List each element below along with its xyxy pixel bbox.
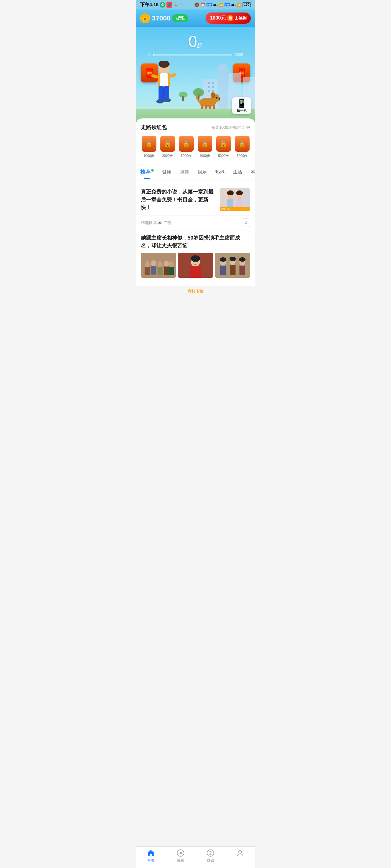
ad-row: 精选推荐 🔊 广告 X: [141, 215, 250, 230]
redpacket-item-1000[interactable]: 🔒 1000步: [141, 136, 157, 158]
ad-close-button[interactable]: X: [242, 219, 250, 227]
walk-earn-card: 走路领红包 每走1000步领1个红包 🔒 1000步 🔒 2000步 🔒 300…: [136, 118, 255, 163]
network-4g-2: 4G: [231, 3, 236, 7]
svg-rect-24: [169, 73, 176, 78]
svg-point-54: [169, 261, 174, 267]
redpacket-steps-1: 1000步: [144, 154, 154, 158]
ad-recommend-icon: 🔊: [158, 221, 162, 225]
svg-point-10: [218, 63, 228, 70]
tab-life[interactable]: 生活: [229, 168, 247, 176]
lock-icon-2: 🔒: [164, 140, 171, 147]
redpacket-steps-4: 4000步: [199, 154, 210, 158]
svg-rect-36: [220, 188, 250, 211]
steps-number: 0: [189, 33, 197, 50]
redpacket-item-2000[interactable]: 🔒 2000步: [160, 136, 176, 158]
signal-bars-2: 📶: [237, 3, 241, 7]
wechat-icon: 💬: [160, 2, 165, 8]
svg-rect-3: [208, 86, 210, 88]
hd-badge-2: HD: [225, 3, 230, 6]
walk-earn-subtitle: 每走1000步领1个红包: [212, 125, 250, 130]
novel-thumbnail-img: 正的免费小说，从第一章到最后一章都不要钱: [220, 188, 250, 211]
article-2-img-2: [178, 253, 213, 278]
svg-point-30: [216, 97, 218, 99]
redpacket-steps-6: 6000步: [237, 154, 247, 158]
top-bar: 💰 37000 提现 1000元 领 去签到: [136, 9, 255, 27]
svg-rect-2: [212, 82, 214, 84]
redpacket-item-4000[interactable]: 🔒 4000步: [197, 136, 213, 158]
recommend-dot: [151, 169, 153, 172]
svg-point-25: [199, 98, 216, 107]
lock-icon-4: 🔒: [201, 140, 208, 147]
redpacket-item-6000[interactable]: 🔒 6000步: [234, 136, 250, 158]
svg-point-46: [145, 261, 150, 267]
svg-rect-64: [220, 266, 226, 275]
tab-local[interactable]: 本地: [247, 168, 255, 176]
watermark: 彩虹下载: [136, 286, 255, 319]
hero-redpacket-right[interactable]: 🧧: [233, 63, 250, 83]
svg-rect-19: [159, 86, 164, 101]
article-1-thumbnail: 正的免费小说，从第一章到最后一章都不要钱: [220, 188, 250, 211]
svg-rect-38: [227, 199, 233, 208]
lock-icon-6: 🔒: [238, 140, 246, 147]
steps-unit: 步: [197, 42, 202, 48]
svg-point-15: [159, 62, 170, 73]
svg-rect-35: [213, 105, 215, 109]
tab-news[interactable]: 热讯: [211, 168, 229, 176]
redpacket-item-5000[interactable]: 🔒 5000步: [215, 136, 231, 158]
steps-progress-bar: [153, 54, 232, 56]
steps-bar-fill: [153, 54, 154, 56]
svg-point-50: [158, 261, 163, 267]
sign-button[interactable]: 1000元 领 去签到: [205, 12, 251, 24]
tab-entertainment[interactable]: 娱乐: [193, 168, 211, 176]
svg-point-27: [211, 92, 216, 99]
redpacket-item-3000[interactable]: 🔒 3000步: [178, 136, 194, 158]
svg-rect-6: [212, 90, 214, 92]
redpacket-box-6: 🔒: [235, 136, 250, 152]
svg-rect-51: [158, 267, 163, 275]
svg-point-52: [164, 260, 169, 267]
tab-health[interactable]: 健康: [158, 168, 176, 176]
tab-recommend[interactable]: 推荐: [136, 167, 158, 177]
redpacket-box-1: 🔒: [142, 136, 157, 152]
svg-rect-1: [208, 82, 210, 84]
mute-icon: 🔕: [194, 2, 199, 7]
redpacket-grid: 🔒 1000步 🔒 2000步 🔒 3000步 🔒 4000步 🔒: [141, 136, 250, 158]
coin-icon: 💰: [140, 13, 150, 23]
svg-rect-66: [230, 265, 235, 275]
article-1[interactable]: 真正免费的小说，从第一章到最后一章全免费！书目全，更新快！: [141, 184, 250, 215]
walking-dog: [196, 89, 220, 110]
steps-bar-container: 1 6000: [136, 53, 255, 57]
hero-redpacket-left[interactable]: 🧧: [141, 63, 158, 83]
svg-text:正的免费小说，从第一章到最后一章都不要钱: 正的免费小说，从第一章到最后一章都不要钱: [221, 208, 250, 210]
svg-point-48: [151, 260, 157, 267]
svg-point-60: [193, 260, 194, 261]
article-1-text: 真正免费的小说，从第一章到最后一章全免费！书目全，更新快！: [141, 188, 216, 212]
svg-point-11: [193, 88, 204, 97]
phone-draw-label: 抽手机: [237, 108, 247, 113]
sign-bonus: 1000元: [210, 15, 226, 21]
svg-rect-43: [220, 207, 250, 211]
svg-point-71: [239, 257, 245, 261]
article-2[interactable]: 她跟主席长相神似，50岁因扮演毛主席而成名，却让丈夫很苦恼: [141, 230, 250, 281]
svg-rect-14: [183, 96, 184, 101]
status-left: 下午4:15 💬 📹 🏃 ···: [140, 2, 184, 8]
status-bar: 下午4:15 💬 📹 🏃 ··· 🔕 ⏰ HD 4G 📶 HD 4G 📶 100: [136, 0, 255, 9]
network-4g-1: 4G: [213, 3, 218, 7]
sign-to: 去签到: [234, 16, 247, 21]
article-2-title: 她跟主席长相神似，50岁因扮演毛主席而成名，却让丈夫很苦恼: [141, 234, 250, 250]
steps-max: 6000: [234, 53, 243, 57]
ad-tag: 广告: [163, 220, 171, 225]
svg-point-26: [211, 94, 220, 102]
sign-ling: 领: [227, 15, 233, 21]
tab-funny[interactable]: 搞笑: [176, 168, 193, 176]
phone-icon: 📱: [236, 98, 247, 108]
svg-rect-58: [190, 266, 201, 278]
status-right: 🔕 ⏰ HD 4G 📶 HD 4G 📶 100: [194, 2, 251, 7]
withdraw-button[interactable]: 提现: [172, 14, 188, 22]
svg-rect-40: [236, 199, 243, 208]
article-2-img-3: [215, 253, 250, 278]
svg-point-42: [236, 190, 243, 195]
news-feed: 真正免费的小说，从第一章到最后一章全免费！书目全，更新快！: [136, 180, 255, 286]
phone-draw-button[interactable]: 📱 抽手机: [232, 97, 251, 114]
svg-point-41: [227, 190, 234, 195]
